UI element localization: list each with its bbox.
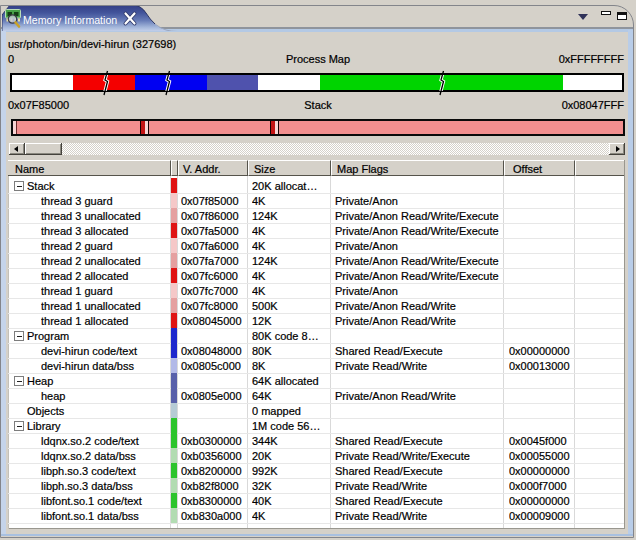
svg-text:Memory Information: Memory Information — [23, 14, 117, 26]
